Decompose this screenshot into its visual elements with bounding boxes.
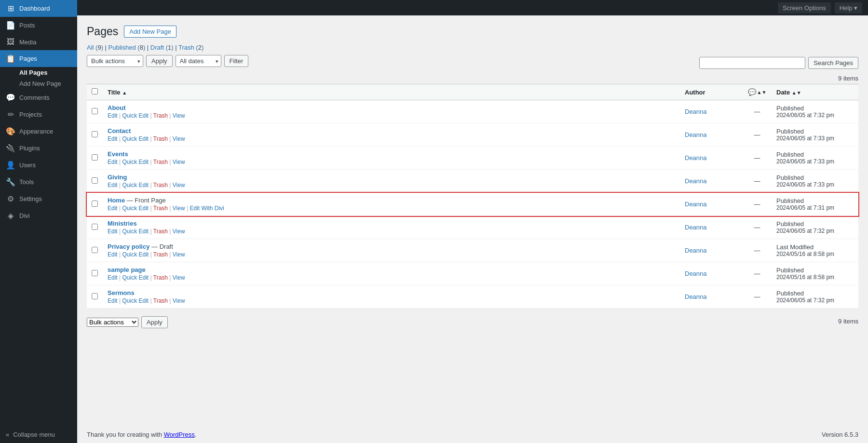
- sidebar-item-appearance[interactable]: 🎨 Appearance: [0, 123, 77, 140]
- row-action-edit[interactable]: Edit: [108, 205, 118, 212]
- row-action-trash[interactable]: Trash: [153, 251, 168, 258]
- sidebar-item-users[interactable]: 👤 Users: [0, 157, 77, 174]
- row-action-edit[interactable]: Edit: [108, 112, 118, 119]
- row-action-trash[interactable]: Trash: [153, 274, 168, 281]
- row-action-quick-edit[interactable]: Quick Edit: [122, 251, 149, 258]
- row-checkbox[interactable]: [92, 201, 98, 207]
- row-action-quick-edit[interactable]: Quick Edit: [122, 182, 149, 188]
- search-input[interactable]: [699, 57, 805, 69]
- row-action-quick-edit[interactable]: Quick Edit: [122, 274, 149, 281]
- sidebar-sub-add-new-page[interactable]: Add New Page: [0, 78, 77, 89]
- sidebar-item-posts[interactable]: 📄 Posts: [0, 17, 77, 34]
- help-button[interactable]: Help ▾: [835, 2, 862, 13]
- author-link[interactable]: Deanna: [685, 131, 707, 138]
- sidebar-item-comments[interactable]: 💬 Comments: [0, 89, 77, 106]
- row-action-trash[interactable]: Trash: [153, 297, 168, 304]
- row-action-view[interactable]: View: [173, 228, 185, 235]
- row-action-edit[interactable]: Edit: [108, 228, 118, 235]
- collapse-menu[interactable]: « Collapse menu: [0, 426, 77, 443]
- row-action-edit[interactable]: Edit: [108, 182, 118, 188]
- row-action-edit[interactable]: Edit: [108, 159, 118, 165]
- row-checkbox[interactable]: [92, 177, 98, 184]
- row-checkbox[interactable]: [92, 293, 98, 299]
- author-link[interactable]: Deanna: [685, 293, 707, 300]
- author-link[interactable]: Deanna: [685, 270, 707, 277]
- bulk-actions-select[interactable]: Bulk actions Edit Move to Trash: [87, 55, 143, 67]
- page-title-link[interactable]: Contact: [108, 127, 131, 134]
- date-filter-select[interactable]: All dates June 2024 May 2024: [176, 55, 221, 67]
- filter-trash[interactable]: Trash (2): [178, 44, 203, 51]
- author-link[interactable]: Deanna: [685, 108, 707, 115]
- row-checkbox[interactable]: [92, 247, 98, 253]
- author-link[interactable]: Deanna: [685, 154, 707, 161]
- row-action-quick-edit[interactable]: Quick Edit: [122, 228, 149, 235]
- search-pages-button[interactable]: Search Pages: [808, 57, 858, 69]
- row-action-edit[interactable]: Edit: [108, 297, 118, 304]
- row-action-edit-with-divi[interactable]: Edit With Divi: [190, 205, 224, 212]
- sidebar-item-pages[interactable]: 📋 Pages: [0, 50, 77, 67]
- row-action-trash[interactable]: Trash: [153, 159, 168, 165]
- sidebar-item-dashboard[interactable]: ⊞ Dashboard: [0, 0, 77, 17]
- row-action-quick-edit[interactable]: Quick Edit: [122, 297, 149, 304]
- row-checkbox[interactable]: [92, 270, 98, 276]
- row-action-quick-edit[interactable]: Quick Edit: [122, 135, 149, 142]
- row-action-quick-edit[interactable]: Quick Edit: [122, 112, 149, 119]
- row-action-view[interactable]: View: [173, 251, 185, 258]
- page-title-link[interactable]: Giving: [108, 174, 127, 181]
- row-action-edit[interactable]: Edit: [108, 251, 118, 258]
- author-link[interactable]: Deanna: [685, 201, 707, 208]
- row-action-view[interactable]: View: [173, 274, 185, 281]
- row-action-view[interactable]: View: [173, 182, 185, 188]
- sidebar-item-projects[interactable]: ✏ Projects: [0, 106, 77, 123]
- row-action-quick-edit[interactable]: Quick Edit: [122, 159, 149, 165]
- page-title-link[interactable]: Ministries: [108, 220, 137, 227]
- sidebar-item-tools[interactable]: 🔧 Tools: [0, 174, 77, 190]
- page-title-link[interactable]: sample page: [108, 266, 146, 273]
- row-action-view[interactable]: View: [173, 112, 185, 119]
- author-link[interactable]: Deanna: [685, 177, 707, 185]
- author-link[interactable]: Deanna: [685, 224, 707, 231]
- row-action-trash[interactable]: Trash: [153, 112, 168, 119]
- filter-all[interactable]: All (9): [87, 44, 103, 51]
- row-action-trash[interactable]: Trash: [153, 182, 168, 188]
- author-link[interactable]: Deanna: [685, 247, 707, 254]
- page-title-link[interactable]: Events: [108, 150, 128, 158]
- page-title-link[interactable]: About: [108, 104, 126, 111]
- page-title-link[interactable]: Privacy policy: [108, 243, 149, 250]
- row-action-view[interactable]: View: [173, 297, 185, 304]
- apply-button-bottom[interactable]: Apply: [141, 316, 168, 328]
- row-action-edit[interactable]: Edit: [108, 274, 118, 281]
- add-new-page-button[interactable]: Add New Page: [124, 26, 176, 38]
- screen-options-button[interactable]: Screen Options: [778, 2, 831, 13]
- sidebar-item-plugins[interactable]: 🔌 Plugins: [0, 140, 77, 157]
- row-action-view[interactable]: View: [173, 205, 185, 212]
- row-checkbox[interactable]: [92, 154, 98, 161]
- filter-button[interactable]: Filter: [224, 55, 249, 67]
- date-cell: Published2024/06/05 at 7:33 pm: [772, 147, 858, 170]
- row-action-trash[interactable]: Trash: [153, 228, 168, 235]
- row-checkbox[interactable]: [92, 131, 98, 137]
- sidebar-item-divi[interactable]: ◈ Divi: [0, 207, 77, 224]
- row-action-trash[interactable]: Trash: [153, 135, 168, 142]
- row-action-trash[interactable]: Trash: [153, 205, 168, 212]
- row-action-view[interactable]: View: [173, 135, 185, 142]
- bulk-actions-bottom-select[interactable]: Bulk actions Edit Move to Trash: [87, 318, 138, 327]
- row-action-quick-edit[interactable]: Quick Edit: [122, 205, 149, 212]
- page-title-link[interactable]: Sermons: [108, 289, 135, 296]
- apply-button-top[interactable]: Apply: [146, 55, 173, 67]
- sidebar-item-media[interactable]: 🖼 Media: [0, 34, 77, 50]
- title-column-header[interactable]: Title ▲: [103, 84, 680, 100]
- table-row: MinistriesEdit | Quick Edit | Trash | Vi…: [87, 216, 858, 239]
- row-checkbox[interactable]: [92, 224, 98, 230]
- filter-published[interactable]: Published (8): [108, 44, 146, 51]
- select-all-checkbox[interactable]: [92, 88, 98, 94]
- row-action-view[interactable]: View: [173, 159, 185, 165]
- sidebar-item-settings[interactable]: ⚙ Settings: [0, 190, 77, 207]
- row-checkbox[interactable]: [92, 108, 98, 114]
- date-column-header[interactable]: Date ▲▼: [772, 84, 858, 100]
- filter-draft[interactable]: Draft (1): [150, 44, 174, 51]
- sidebar-sub-all-pages[interactable]: All Pages: [0, 67, 77, 78]
- page-title-link[interactable]: Home: [108, 197, 125, 204]
- wordpress-link[interactable]: WordPress: [164, 431, 195, 438]
- row-action-edit[interactable]: Edit: [108, 135, 118, 142]
